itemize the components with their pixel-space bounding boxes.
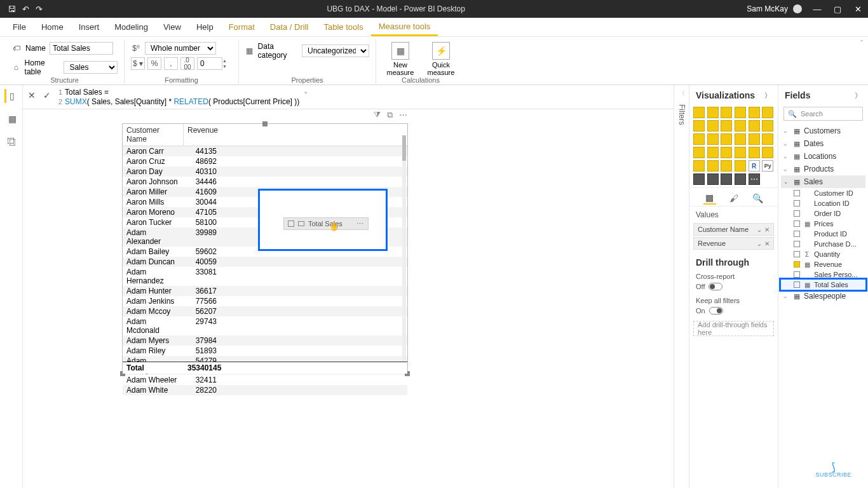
cross-report-toggle[interactable] xyxy=(709,283,722,290)
quick-measure-button[interactable]: ⚡ Quick measure xyxy=(423,42,459,76)
minimize-button[interactable]: — xyxy=(807,4,827,14)
ribbon-tab-home[interactable]: Home xyxy=(34,18,71,36)
resize-handle[interactable] xyxy=(262,121,268,126)
table-node-products[interactable]: ⌵▦Products xyxy=(781,163,865,175)
viz-type-button[interactable] xyxy=(693,147,705,158)
field-revenue[interactable]: ▦Revenue xyxy=(781,259,865,269)
field-quantity[interactable]: ΣQuantity xyxy=(781,249,865,259)
checkbox-icon[interactable] xyxy=(794,231,800,237)
report-area[interactable]: ⧩ ⧉ ⋯ Customer Name Revenue Aaron Carr44… xyxy=(23,109,674,488)
fields-search-input[interactable]: 🔍 Search xyxy=(783,107,863,121)
home-table-select[interactable]: Sales xyxy=(64,61,118,74)
field-location-id[interactable]: Location ID xyxy=(781,198,865,208)
scrollbar[interactable] xyxy=(402,135,406,362)
viz-type-button[interactable] xyxy=(693,133,705,145)
report-canvas[interactable]: ✕ ✓ 1 2 Total Sales = SUMX( Sales, Sales… xyxy=(23,85,674,488)
checkbox-icon[interactable] xyxy=(794,190,800,196)
viz-type-button[interactable] xyxy=(749,120,760,132)
table-node-sales[interactable]: ⌄▦Sales xyxy=(781,175,865,188)
table-row[interactable]: Adam Mcdonald29743 xyxy=(123,316,407,336)
collapse-fields-button[interactable]: 〉 xyxy=(855,91,862,100)
field-prices[interactable]: ▦Prices xyxy=(781,219,865,229)
analytics-tab-icon[interactable]: 🔍 xyxy=(752,192,764,205)
column-header[interactable]: Revenue xyxy=(184,124,220,146)
data-view-button[interactable]: ▦ xyxy=(4,112,18,126)
viz-type-button[interactable] xyxy=(707,160,719,172)
viz-type-button[interactable]: Py xyxy=(762,160,773,172)
expand-filters-button[interactable]: 〈 xyxy=(679,89,685,98)
checkbox-icon[interactable] xyxy=(794,210,800,217)
viz-type-button[interactable] xyxy=(721,160,732,172)
table-row[interactable]: Adam White28220 xyxy=(123,385,407,395)
model-view-button[interactable]: ⿻ xyxy=(4,135,18,149)
comma-button[interactable]: , xyxy=(164,57,178,70)
table-row[interactable]: Adam Myers37984 xyxy=(123,336,407,346)
formula-expand-button[interactable]: ⌄ xyxy=(299,88,312,95)
field-customer-id[interactable]: Customer ID xyxy=(781,188,865,198)
spinner-up[interactable]: ▲ xyxy=(222,58,227,64)
checkbox-icon[interactable] xyxy=(794,220,800,227)
undo-icon[interactable]: ↶ xyxy=(22,4,29,14)
viz-type-button[interactable] xyxy=(749,133,760,145)
table-node-dates[interactable]: ⌵▦Dates xyxy=(781,137,865,150)
checkbox-icon[interactable] xyxy=(794,251,800,257)
focus-mode-icon[interactable]: ⧉ xyxy=(387,110,393,120)
viz-type-button[interactable] xyxy=(762,133,773,145)
spinner-down[interactable]: ▼ xyxy=(222,64,227,69)
viz-type-button[interactable] xyxy=(693,107,705,118)
decimals-input[interactable] xyxy=(197,57,222,70)
viz-type-button[interactable] xyxy=(735,173,746,185)
viz-type-button[interactable] xyxy=(721,147,732,158)
field-purchase-d-[interactable]: Purchase D... xyxy=(781,239,865,249)
decimal-button[interactable]: .000 xyxy=(180,57,194,70)
new-measure-button[interactable]: ▦ New measure xyxy=(383,42,418,76)
drill-through-dropzone[interactable]: Add drill-through fields here xyxy=(693,321,774,336)
chevron-down-icon[interactable]: ⌄ xyxy=(757,240,762,247)
checkbox-icon[interactable] xyxy=(794,241,800,247)
maximize-button[interactable]: ▢ xyxy=(827,4,848,14)
field-order-id[interactable]: Order ID xyxy=(781,208,865,219)
format-select[interactable]: Whole number xyxy=(145,42,216,55)
percent-button[interactable]: % xyxy=(147,57,161,70)
table-row[interactable]: Adam Mccoy56207 xyxy=(123,306,407,316)
field-well[interactable]: Revenue⌄✕ xyxy=(693,237,774,250)
viz-type-button[interactable] xyxy=(735,107,746,118)
table-row[interactable]: Adam Wheeler32411 xyxy=(123,375,407,385)
field-product-id[interactable]: Product ID xyxy=(781,229,865,239)
table-row[interactable]: Adam Riley51893 xyxy=(123,346,407,356)
viz-type-button[interactable] xyxy=(762,107,773,118)
viz-type-button[interactable] xyxy=(735,133,746,145)
table-node-locations[interactable]: ⌵▦Locations xyxy=(781,150,865,163)
subscribe-badge[interactable]: ⟆ SUBSCRIBE xyxy=(815,463,851,478)
ribbon-tab-table-tools[interactable]: Table tools xyxy=(316,18,370,36)
viz-type-button[interactable] xyxy=(707,173,719,185)
table-row[interactable]: Aaron Johnson34446 xyxy=(123,177,407,187)
ribbon-collapse-button[interactable]: ˆ xyxy=(860,39,863,47)
ribbon-tab-view[interactable]: View xyxy=(156,18,189,36)
viz-type-button[interactable] xyxy=(749,147,760,158)
ribbon-tab-format[interactable]: Format xyxy=(221,18,262,36)
ribbon-tab-file[interactable]: File xyxy=(5,18,34,36)
field-total-sales[interactable]: ▦Total Sales xyxy=(781,280,865,290)
collapse-pane-button[interactable]: 〉 xyxy=(764,91,771,100)
viz-type-button[interactable] xyxy=(707,107,719,118)
ribbon-tab-measure-tools[interactable]: Measure tools xyxy=(371,18,438,36)
filter-icon[interactable]: ⧩ xyxy=(374,110,381,120)
table-row[interactable]: Aaron Carr44135 xyxy=(123,146,407,156)
viz-type-button[interactable] xyxy=(707,120,719,132)
drag-field-chip[interactable]: Total Sales ⋯ xyxy=(283,217,369,230)
field-sales-perso-[interactable]: Sales Perso... xyxy=(781,269,865,280)
viz-type-button[interactable] xyxy=(762,147,773,158)
viz-type-button[interactable] xyxy=(693,160,705,172)
table-row[interactable]: Adam Duncan40059 xyxy=(123,257,407,267)
format-tab-icon[interactable]: 🖌 xyxy=(728,192,740,205)
fields-tab-icon[interactable]: ▦ xyxy=(703,192,716,205)
viz-type-button[interactable] xyxy=(749,107,760,118)
close-button[interactable]: ✕ xyxy=(848,4,868,14)
table-node-salespeople[interactable]: ⌵▦Salespeople xyxy=(781,290,865,302)
viz-type-button[interactable] xyxy=(735,147,746,158)
viz-type-button[interactable] xyxy=(735,160,746,172)
table-row[interactable]: Aaron Day40310 xyxy=(123,166,407,177)
checkbox-icon[interactable] xyxy=(794,200,800,207)
report-view-button[interactable]: ▯ xyxy=(4,89,18,103)
